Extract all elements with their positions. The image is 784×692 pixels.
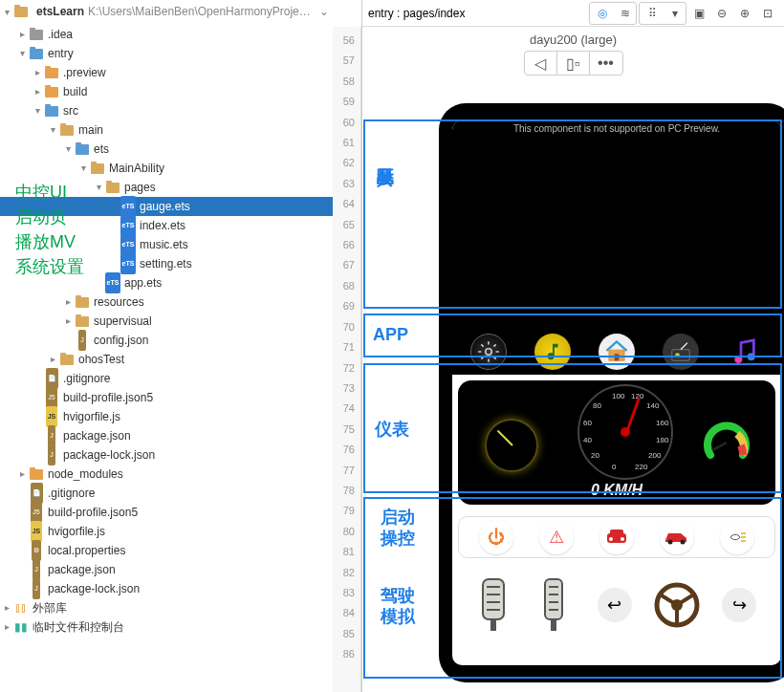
svg-point-3 bbox=[675, 353, 680, 357]
folder-icon bbox=[105, 180, 120, 195]
red-car-front-icon[interactable] bbox=[599, 520, 634, 554]
json-file-icon: J bbox=[75, 333, 90, 348]
settings-app-icon[interactable] bbox=[470, 334, 507, 370]
tree-folder-main[interactable]: main bbox=[0, 120, 333, 140]
tree-external-libs[interactable]: ⫿⫿外部库 bbox=[0, 598, 333, 617]
tree-file-buildprofile-root[interactable]: J5build-profile.json5 bbox=[0, 503, 333, 522]
folder-icon bbox=[44, 84, 59, 99]
tree-folder-pages[interactable]: pages bbox=[0, 178, 333, 197]
back-icon[interactable]: ◁ bbox=[525, 52, 557, 75]
tree-folder-nodemodules[interactable]: node_modules bbox=[0, 465, 333, 484]
svg-rect-7 bbox=[610, 530, 623, 535]
ets-file-icon: eTS bbox=[120, 218, 136, 233]
fit-icon[interactable]: ⊡ bbox=[757, 3, 778, 24]
tree-file-packagelock-root[interactable]: Jpackage-lock.json bbox=[0, 579, 333, 598]
json5-file-icon: J5 bbox=[29, 505, 44, 520]
project-name: etsLearn bbox=[33, 5, 84, 18]
folder-icon bbox=[90, 161, 105, 176]
tree-file-localprops[interactable]: ⚙local.properties bbox=[0, 541, 333, 560]
svg-point-11 bbox=[680, 540, 685, 545]
tree-scratches[interactable]: ▮▮临时文件和控制台 bbox=[0, 617, 333, 637]
chevron-down-icon[interactable]: ▾ bbox=[664, 3, 686, 24]
js-file-icon: JS bbox=[29, 524, 44, 539]
warning-icon[interactable]: ⚠ bbox=[539, 520, 574, 554]
tree-file-packagelock[interactable]: Jpackage-lock.json bbox=[0, 445, 333, 465]
tree-folder-entry[interactable]: entry bbox=[0, 44, 333, 63]
tree-file-hvigorfile-root[interactable]: JShvigorfile.js bbox=[0, 522, 333, 541]
control-panel: ⏻ ⚠ ↩ ↪ bbox=[452, 510, 781, 648]
tree-folder-build[interactable]: build bbox=[0, 82, 333, 101]
zoom-out-icon[interactable]: ⊖ bbox=[711, 3, 732, 24]
tree-file-music[interactable]: eTSmusic.ets bbox=[0, 235, 333, 254]
radio-app-icon[interactable] bbox=[663, 334, 699, 370]
project-dropdown-icon[interactable]: ⌄ bbox=[316, 5, 333, 18]
tree-folder-src[interactable]: src bbox=[0, 101, 333, 120]
gas-pedal-icon[interactable] bbox=[537, 575, 576, 635]
line-number: 67 bbox=[333, 255, 355, 275]
svg-rect-12 bbox=[483, 579, 504, 619]
public-display-area bbox=[452, 138, 781, 329]
target-icon[interactable]: ◎ bbox=[592, 3, 613, 24]
project-expand-arrow[interactable] bbox=[0, 7, 13, 17]
folder-icon bbox=[29, 466, 44, 482]
tree-file-package[interactable]: Jpackage.json bbox=[0, 426, 333, 445]
steering-wheel-icon[interactable] bbox=[654, 582, 700, 628]
device-orientation-icon[interactable]: ▯▫ bbox=[557, 52, 590, 75]
headlight-icon[interactable] bbox=[720, 520, 754, 554]
tree-folder-idea[interactable]: .idea bbox=[0, 25, 333, 44]
file-tree: .idea entry .preview build src main ets … bbox=[0, 25, 333, 637]
music-app-icon[interactable] bbox=[534, 334, 571, 370]
tree-folder-ohostest[interactable]: ohosTest bbox=[0, 350, 333, 369]
line-number-gutter: 56 57 58 59 60 61 62 63 64 65 66 67 68 6… bbox=[333, 27, 361, 692]
layers-icon[interactable]: ≋ bbox=[615, 3, 636, 24]
tree-folder-mainability[interactable]: MainAbility bbox=[0, 159, 333, 178]
tree-file-buildprofile[interactable]: J5build-profile.json5 bbox=[0, 388, 333, 407]
line-number: 80 bbox=[333, 522, 355, 542]
tree-folder-preview[interactable]: .preview bbox=[0, 63, 333, 82]
red-car-side-icon[interactable] bbox=[660, 520, 694, 554]
more-icon[interactable]: ••• bbox=[590, 52, 622, 75]
line-number: 59 bbox=[333, 92, 355, 112]
tree-file-config[interactable]: Jconfig.json bbox=[0, 331, 333, 350]
brake-pedal-icon[interactable] bbox=[477, 575, 515, 635]
tree-file-app[interactable]: eTSapp.ets bbox=[0, 273, 333, 292]
speed-text: 0 KM/H bbox=[458, 482, 775, 499]
tree-file-gitignore-root[interactable]: 📄.gitignore bbox=[0, 484, 333, 503]
device-screen: This component is not supported on PC Pr… bbox=[452, 120, 781, 665]
music-note-icon[interactable] bbox=[727, 334, 763, 370]
power-button-icon[interactable]: ⏻ bbox=[479, 520, 513, 554]
folder-icon bbox=[75, 294, 90, 310]
tree-file-index[interactable]: eTSindex.ets bbox=[0, 216, 333, 235]
ets-file-icon: eTS bbox=[120, 199, 136, 214]
tree-file-package-root[interactable]: Jpackage.json bbox=[0, 560, 333, 579]
tree-folder-supervisual[interactable]: supervisual bbox=[0, 312, 333, 331]
line-number: 82 bbox=[333, 563, 355, 583]
crop-icon[interactable]: ▣ bbox=[688, 3, 709, 24]
project-header: etsLearn K:\Users\MaiBenBen\OpenHarmonyP… bbox=[0, 0, 333, 23]
text-file-icon: 📄 bbox=[44, 371, 59, 386]
ets-file-icon: eTS bbox=[120, 256, 136, 271]
tree-file-gitignore[interactable]: 📄.gitignore bbox=[0, 369, 333, 388]
project-path: K:\Users\MaiBenBen\OpenHarmonyProjects\e… bbox=[84, 5, 316, 18]
line-number: 57 bbox=[333, 51, 355, 71]
tree-folder-resources[interactable]: resources bbox=[0, 292, 333, 312]
home-app-icon[interactable] bbox=[599, 334, 635, 370]
line-number: 56 bbox=[333, 31, 355, 51]
zoom-in-icon[interactable]: ⊕ bbox=[734, 3, 755, 24]
preview-title: entry : pages/index bbox=[368, 7, 587, 20]
line-number: 72 bbox=[333, 358, 355, 378]
unsupported-warning: This component is not supported on PC Pr… bbox=[452, 120, 781, 138]
tree-file-gauge[interactable]: eTSgauge.ets bbox=[0, 197, 333, 216]
turn-right-icon[interactable]: ↪ bbox=[722, 588, 756, 622]
line-number: 75 bbox=[333, 420, 355, 440]
grid-icon[interactable]: ⠿ bbox=[642, 3, 663, 24]
tree-folder-ets[interactable]: ets bbox=[0, 140, 333, 159]
js-file-icon: JS bbox=[44, 409, 59, 424]
tree-file-hvigorfile[interactable]: JShvigorfile.js bbox=[0, 407, 333, 426]
svg-point-4 bbox=[735, 356, 743, 363]
text-file-icon: 📄 bbox=[29, 486, 44, 501]
scratch-icon: ▮▮ bbox=[13, 619, 29, 635]
turn-left-icon[interactable]: ↩ bbox=[598, 588, 632, 622]
tree-file-setting[interactable]: eTSsetting.ets bbox=[0, 254, 333, 273]
line-number: 79 bbox=[333, 501, 355, 521]
